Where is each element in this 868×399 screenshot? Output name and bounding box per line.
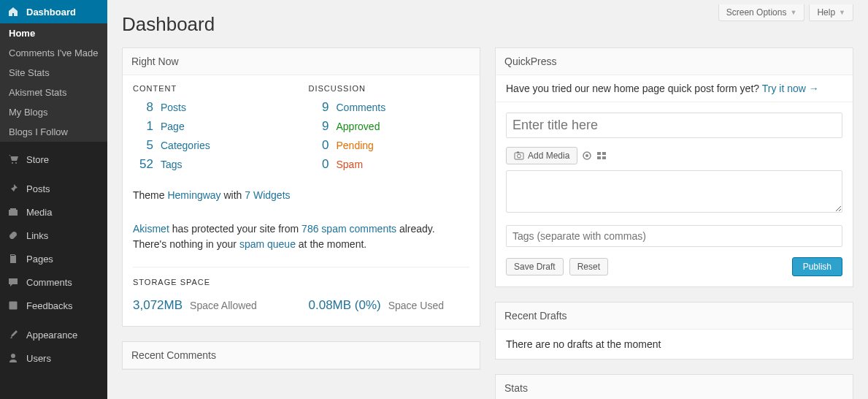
help-label: Help [817, 7, 835, 18]
theme-link[interactable]: Hemingway [167, 189, 220, 201]
quickpress-title-input[interactable] [506, 113, 842, 138]
stat-categories[interactable]: 5Categories [133, 138, 294, 153]
stat-tags[interactable]: 52Tags [133, 157, 294, 172]
svg-point-1 [518, 154, 521, 158]
svg-rect-8 [602, 156, 606, 159]
add-media-button[interactable]: Add Media [506, 147, 577, 164]
help-button[interactable]: Help ▼ [809, 4, 853, 21]
form-icon [7, 300, 22, 311]
sidebar-label: Links [26, 230, 48, 241]
sidebar-item-users[interactable]: Users [0, 346, 107, 370]
recent-drafts-box: Recent Drafts There are no drafts at the… [495, 302, 853, 360]
chevron-down-icon: ▼ [839, 9, 845, 16]
publish-button[interactable]: Publish [792, 257, 842, 276]
sidebar-sub-site-stats[interactable]: Site Stats [0, 63, 107, 83]
right-now-box: Right Now CONTENT 8Posts 1Page 5Categori… [122, 48, 480, 327]
camera-icon [514, 151, 524, 161]
sidebar-item-dashboard[interactable]: Dashboard [0, 0, 107, 23]
spam-queue-link[interactable]: spam queue [239, 238, 296, 250]
quickpress-tags-input[interactable] [506, 225, 842, 247]
sidebar-item-pages[interactable]: Pages [0, 247, 107, 270]
sidebar-label: Posts [26, 183, 50, 194]
content-heading: CONTENT [133, 84, 294, 93]
sidebar-item-appearance[interactable]: Appearance [0, 323, 107, 346]
chevron-down-icon: ▼ [790, 9, 796, 16]
sidebar-item-media[interactable]: Media [0, 200, 107, 224]
quickpress-content-input[interactable] [506, 170, 842, 213]
stat-posts[interactable]: 8Posts [133, 100, 294, 115]
sidebar-label: Users [26, 353, 51, 364]
sidebar-label: Store [26, 154, 49, 165]
spam-count-link[interactable]: 786 spam comments [302, 223, 396, 235]
quickpress-note: Have you tried our new home page quick p… [496, 75, 853, 102]
sidebar-label: Dashboard [26, 7, 76, 18]
stat-spam[interactable]: 0Spam [309, 157, 470, 172]
sidebar-label: Comments [26, 277, 72, 288]
comment-icon [7, 276, 22, 288]
stats-heading: Stats [496, 375, 853, 399]
stat-page[interactable]: 1Page [133, 119, 294, 134]
page-icon [7, 253, 22, 265]
sidebar-label: Appearance [26, 330, 77, 341]
quickpress-box: QuickPress Have you tried our new home p… [495, 48, 853, 287]
sidebar-label: Feedbacks [26, 300, 73, 311]
discussion-heading: DISCUSSION [309, 84, 470, 93]
admin-sidebar: Dashboard Home Comments I've Made Site S… [0, 0, 107, 399]
svg-point-4 [585, 154, 588, 157]
pin-icon [7, 183, 22, 194]
sidebar-item-feedbacks[interactable]: Feedbacks [0, 294, 107, 317]
recent-comments-heading: Recent Comments [123, 342, 480, 369]
svg-rect-7 [597, 156, 601, 159]
grid-icon[interactable] [596, 151, 607, 161]
sidebar-item-posts[interactable]: Posts [0, 177, 107, 200]
sidebar-sub-blogs-follow[interactable]: Blogs I Follow [0, 122, 107, 142]
theme-line: Theme Hemingway with 7 Widgets [133, 189, 469, 201]
svg-rect-2 [517, 152, 519, 153]
sidebar-item-store[interactable]: Store [0, 148, 107, 171]
sidebar-sub-akismet-stats[interactable]: Akismet Stats [0, 83, 107, 102]
circle-icon[interactable] [582, 151, 592, 161]
link-icon [7, 229, 22, 241]
akismet-summary: Akismet has protected your site from 786… [133, 221, 469, 252]
brush-icon [7, 329, 22, 341]
sidebar-item-comments[interactable]: Comments [0, 270, 107, 294]
screen-options-label: Screen Options [726, 7, 787, 18]
storage-allowed: 3,072MB Space Allowed [133, 298, 294, 313]
stat-comments[interactable]: 9Comments [309, 100, 470, 115]
cart-icon [7, 153, 22, 165]
svg-rect-5 [597, 152, 601, 155]
media-icon [7, 206, 22, 218]
screen-options-button[interactable]: Screen Options ▼ [718, 4, 805, 21]
user-icon [7, 352, 22, 364]
stats-box: Stats [495, 374, 853, 399]
sidebar-sub-my-blogs[interactable]: My Blogs [0, 102, 107, 122]
sidebar-label: Pages [26, 254, 53, 265]
reset-button[interactable]: Reset [569, 258, 608, 276]
right-now-heading: Right Now [123, 48, 480, 75]
home-icon [7, 6, 22, 18]
sidebar-label: Media [26, 207, 52, 218]
save-draft-button[interactable]: Save Draft [506, 258, 564, 276]
sidebar-item-links[interactable]: Links [0, 224, 107, 247]
svg-rect-6 [602, 152, 606, 155]
sidebar-submenu: Home Comments I've Made Site Stats Akism… [0, 23, 107, 142]
stat-pending[interactable]: 0Pending [309, 138, 470, 153]
storage-used: 0.08MB (0%) Space Used [309, 298, 470, 313]
try-it-now-link[interactable]: Try it now → [762, 83, 819, 94]
sidebar-sub-home[interactable]: Home [0, 23, 107, 43]
recent-drafts-heading: Recent Drafts [496, 303, 853, 330]
recent-drafts-empty: There are no drafts at the moment [496, 330, 853, 359]
widgets-link[interactable]: 7 Widgets [245, 189, 290, 201]
storage-heading: STORAGE SPACE [133, 278, 469, 286]
sidebar-sub-comments-made[interactable]: Comments I've Made [0, 43, 107, 63]
quickpress-heading: QuickPress [496, 48, 853, 75]
svg-rect-0 [515, 153, 523, 159]
akismet-link[interactable]: Akismet [133, 223, 169, 235]
recent-comments-box: Recent Comments [122, 341, 480, 370]
stat-approved[interactable]: 9Approved [309, 119, 470, 134]
